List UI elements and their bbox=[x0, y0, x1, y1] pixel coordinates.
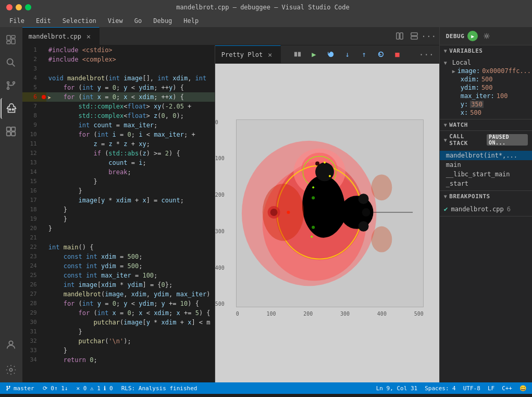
var-xdim[interactable]: xdim: 500 bbox=[440, 75, 532, 83]
svg-rect-21 bbox=[411, 37, 417, 39]
local-group-header[interactable]: ▼ Local bbox=[440, 58, 532, 67]
split-editor-button[interactable] bbox=[393, 30, 406, 42]
editor-layout-button[interactable] bbox=[408, 30, 420, 42]
svg-point-17 bbox=[10, 368, 13, 371]
plot-tab-close[interactable]: × bbox=[266, 51, 274, 59]
editors-split: 1 #include <cstdio> 2 #include <complex>… bbox=[22, 45, 439, 382]
variables-header[interactable]: ▼ VARIABLES bbox=[440, 45, 532, 56]
var-name-max-iter: max_iter: bbox=[461, 92, 494, 100]
breakpoint-row-0[interactable]: ✔ mandelbrot.cpp 6 bbox=[440, 204, 532, 214]
status-sync[interactable]: ⟳ 0↑ 1↓ bbox=[43, 385, 68, 392]
debug-icon[interactable] bbox=[1, 98, 21, 119]
status-errors[interactable]: ✕ 0 ⚠ 1 ℹ 0 bbox=[77, 385, 113, 392]
svg-point-44 bbox=[324, 161, 326, 163]
menu-selection[interactable]: Selection bbox=[57, 16, 102, 26]
menu-file[interactable]: File bbox=[4, 16, 30, 26]
status-position[interactable]: Ln 9, Col 31 bbox=[376, 385, 417, 392]
restart-button[interactable] bbox=[374, 47, 388, 62]
call-stack-title: CALL STACK bbox=[449, 133, 482, 147]
tab-label-mandelbrot: mandelbrot.cpp bbox=[29, 33, 81, 40]
menu-edit[interactable]: Edit bbox=[31, 16, 56, 26]
debug-settings-button[interactable] bbox=[481, 30, 492, 42]
explorer-icon[interactable] bbox=[1, 29, 21, 50]
code-line-23: 23 const int xdim = 500; bbox=[22, 252, 215, 261]
code-line-13: 13 count = i; bbox=[22, 158, 215, 167]
var-ydim[interactable]: ydim: 500 bbox=[440, 83, 532, 92]
branch-name: master bbox=[14, 385, 34, 392]
plot-with-axes: 0 100 200 300 400 500 bbox=[215, 114, 439, 332]
close-button[interactable] bbox=[6, 4, 13, 10]
call-stack-header[interactable]: ▼ CALL STACK PAUSED ON... bbox=[440, 131, 532, 149]
code-line-14: 14 break; bbox=[22, 167, 215, 177]
call-row-1[interactable]: main bbox=[440, 160, 532, 170]
menu-help[interactable]: Help bbox=[178, 16, 204, 26]
extensions-icon[interactable] bbox=[1, 121, 21, 142]
maximize-button[interactable] bbox=[25, 4, 31, 10]
code-line-15: 15 } bbox=[22, 177, 215, 186]
svg-point-53 bbox=[6, 389, 8, 391]
account-icon[interactable] bbox=[1, 334, 21, 355]
var-image[interactable]: ▶ image: 0x00007ffc... bbox=[440, 67, 532, 75]
call-stack-content: mandelbrot(int*,... main __libc_start_ma… bbox=[440, 149, 532, 190]
svg-point-37 bbox=[362, 208, 370, 216]
code-line-7: 7 std::complex<float> xy(-2.05 + bbox=[22, 102, 215, 111]
var-name-xdim: xdim: bbox=[461, 76, 479, 83]
y-label-100: 100 bbox=[215, 155, 225, 161]
more-actions-button[interactable]: ··· bbox=[423, 30, 435, 42]
code-line-11: 11 z = z * z + xy; bbox=[22, 139, 215, 149]
menu-view[interactable]: View bbox=[103, 16, 128, 26]
var-x[interactable]: x: 500 bbox=[440, 109, 532, 117]
step-over-button[interactable] bbox=[324, 47, 338, 62]
call-row-2[interactable]: __libc_start_main bbox=[440, 170, 532, 179]
var-max-iter[interactable]: max_iter: 100 bbox=[440, 92, 532, 100]
code-line-31: 31 } bbox=[22, 327, 215, 336]
status-branch[interactable]: master bbox=[5, 385, 34, 392]
status-rls[interactable]: RLS: Analysis finished bbox=[121, 385, 197, 392]
status-emoji[interactable]: 😀 bbox=[519, 385, 527, 392]
toggle-panels-button[interactable] bbox=[290, 47, 305, 62]
call-row-3[interactable]: _start bbox=[440, 179, 532, 188]
call-row-0[interactable]: mandelbrot(int*,... bbox=[440, 151, 532, 160]
code-editor[interactable]: 1 #include <cstdio> 2 #include <complex>… bbox=[22, 45, 215, 382]
svg-point-43 bbox=[311, 235, 313, 237]
plot-tabbar: Pretty Plot × ▶ ↓ ↑ bbox=[215, 45, 439, 64]
minimize-button[interactable] bbox=[16, 4, 22, 10]
settings-icon[interactable] bbox=[1, 359, 21, 380]
code-line-3: 3 bbox=[22, 64, 215, 74]
tab-close-mandelbrot[interactable]: × bbox=[84, 32, 93, 41]
feedback-emoji: 😀 bbox=[519, 385, 527, 392]
menu-debug[interactable]: Debug bbox=[148, 16, 177, 26]
status-line-ending[interactable]: LF bbox=[488, 385, 494, 392]
continue-button[interactable]: ▶ bbox=[307, 47, 321, 62]
code-line-21: 21 bbox=[22, 233, 215, 243]
svg-point-50 bbox=[315, 161, 319, 165]
y-label-300: 300 bbox=[215, 228, 225, 234]
breakpoints-header[interactable]: ▼ BREAKPOINTS bbox=[440, 191, 532, 202]
debug-run-button[interactable]: ▶ bbox=[467, 31, 478, 41]
menu-go[interactable]: Go bbox=[129, 16, 147, 26]
code-line-1: 1 #include <cstdio> bbox=[22, 45, 215, 55]
code-line-2: 2 #include <complex> bbox=[22, 55, 215, 64]
bp-checkbox-0[interactable]: ✔ bbox=[444, 205, 448, 213]
x-label-300: 300 bbox=[340, 311, 350, 317]
search-icon[interactable] bbox=[1, 52, 21, 73]
debug-more-actions[interactable]: ··· bbox=[414, 45, 439, 63]
source-control-icon[interactable] bbox=[1, 75, 21, 96]
tab-pretty-plot[interactable]: Pretty Plot × bbox=[215, 45, 281, 63]
step-out-button[interactable]: ↑ bbox=[357, 47, 372, 62]
status-spaces[interactable]: Spaces: 4 bbox=[425, 385, 456, 392]
variables-title: VARIABLES bbox=[449, 47, 482, 54]
svg-rect-18 bbox=[397, 33, 399, 39]
watch-header[interactable]: ▼ WATCH bbox=[440, 119, 532, 130]
status-language[interactable]: C++ bbox=[502, 385, 512, 392]
svg-rect-20 bbox=[411, 33, 417, 35]
stop-button[interactable]: ■ bbox=[390, 47, 405, 62]
svg-point-16 bbox=[9, 341, 13, 345]
debug-label-text: DEBUG bbox=[446, 33, 465, 40]
tab-mandelbrot[interactable]: mandelbrot.cpp × bbox=[22, 27, 100, 45]
status-encoding[interactable]: UTF-8 bbox=[463, 385, 480, 392]
step-into-button[interactable]: ↓ bbox=[340, 47, 355, 62]
svg-point-7 bbox=[7, 82, 9, 84]
var-y[interactable]: y: 350 bbox=[440, 100, 532, 109]
svg-point-36 bbox=[358, 221, 368, 231]
